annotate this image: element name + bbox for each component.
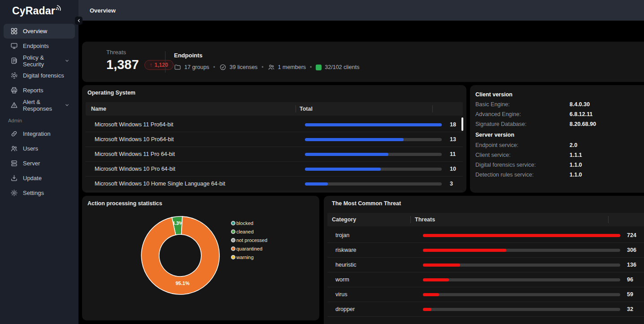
clients-square-icon — [316, 65, 322, 70]
folder-icon — [174, 64, 181, 71]
sidebar-item-policy-security[interactable]: Policy & Security — [4, 53, 75, 68]
dashboard-icon — [10, 27, 18, 35]
table-scrollbar[interactable] — [461, 117, 463, 131]
action-card-title: Action processing statistics — [87, 200, 162, 207]
members-stat: 1 members — [268, 64, 306, 71]
legend-dot — [231, 229, 235, 234]
threat-table-row: dropper 32 — [327, 302, 644, 317]
sidebar-item-label: Reports — [23, 87, 44, 94]
license-check-icon — [219, 64, 226, 71]
legend-label: blocked — [236, 220, 253, 226]
os-bar — [305, 182, 442, 186]
sidebar-item-update[interactable]: Update — [4, 171, 75, 186]
threat-table-header: Category Threats — [327, 213, 644, 226]
page-title: Overview — [90, 7, 116, 14]
alert-triangle-icon — [10, 101, 18, 109]
sidebar-item-overview[interactable]: Overview — [4, 24, 75, 39]
threat-col-category: Category — [327, 216, 410, 223]
os-name: Microsoft Windows 10 Pro 64-bit — [95, 166, 175, 172]
legend-dot — [231, 221, 235, 225]
monitor-icon — [10, 42, 18, 50]
threat-category: riskware — [335, 247, 357, 253]
sidebar-item-reports[interactable]: Reports — [4, 83, 75, 98]
sidebar-item-users[interactable]: Users — [4, 141, 75, 156]
legend-label: quarantined — [236, 246, 262, 251]
os-name: Microsoft Windows 10 Home Single Languag… — [95, 181, 225, 187]
members-icon — [268, 64, 275, 71]
version-label: Signature Database: — [475, 121, 527, 127]
column-separator — [608, 216, 609, 223]
sidebar-item-label: Settings — [23, 190, 44, 196]
users-icon — [10, 145, 18, 152]
radar-signal-icon — [56, 4, 62, 11]
threat-table-row: trojan 724 — [327, 228, 644, 243]
os-table-row: Microsoft Windows 10 Pro64-bit 13 — [86, 132, 463, 147]
chart-legend: blocked cleaned not processed quarantine… — [231, 220, 267, 260]
os-name: Microsoft Windows 10 Pro64-bit — [95, 136, 174, 143]
legend-dot — [231, 255, 235, 259]
sidebar-item-alert-responses[interactable]: Alert & Responses — [4, 98, 75, 112]
policy-clipboard-icon — [10, 57, 18, 65]
common-threat-card: The Most Common Threat Category Threats … — [324, 196, 644, 324]
threat-count: 59 — [627, 291, 633, 298]
top-bar: Overview — [78, 0, 644, 21]
version-label: Basic Engine: — [475, 101, 509, 108]
operating-system-card: Operating System Name Total Microsoft Wi… — [82, 85, 466, 193]
legend-item-blocked[interactable]: blocked — [231, 220, 267, 226]
threat-bar — [423, 234, 620, 237]
divider — [165, 51, 165, 73]
action-statistics-card: Action processing statistics 4.3%95.1% b… — [82, 196, 319, 320]
link-icon — [10, 130, 18, 138]
action-donut-chart: 4.3%95.1% — [138, 213, 223, 298]
sidebar-item-server[interactable]: Server — [4, 156, 75, 171]
separator-dot: • — [310, 64, 312, 70]
sidebar-item-label: Users — [23, 145, 38, 152]
sidebar-item-label: Server — [23, 160, 40, 167]
sidebar-item-label: Integration — [23, 130, 50, 137]
legend-item-quarantined[interactable]: quarantined — [231, 246, 267, 251]
os-col-name: Name — [86, 106, 296, 112]
threat-category: heuristic — [335, 262, 357, 268]
os-col-total: Total — [296, 106, 432, 112]
legend-item-warning[interactable]: warning — [231, 255, 267, 260]
printer-icon — [10, 86, 18, 94]
threat-table-row: worm 96 — [327, 272, 644, 287]
sidebar-item-integration[interactable]: Integration — [4, 126, 75, 141]
sidebar-item-label: Policy & Security — [23, 54, 60, 68]
clients-stat-text: 32/102 clients — [325, 64, 359, 70]
forensics-scan-icon — [10, 72, 18, 79]
members-stat-text: 1 members — [278, 64, 306, 70]
sidebar-item-digital-forensics[interactable]: Digital forensics — [4, 68, 75, 83]
os-total: 10 — [450, 166, 456, 172]
os-total: 3 — [450, 181, 453, 187]
threat-category: worm — [335, 276, 349, 283]
separator-dot: • — [261, 64, 263, 70]
threat-category: dropper — [335, 306, 355, 312]
sidebar-item-label: Overview — [23, 28, 47, 35]
brand-logo-text: CyRadar — [12, 5, 55, 17]
os-name: Microsoft Windows 11 Pro64-bit — [95, 121, 174, 128]
gear-icon — [10, 189, 18, 197]
legend-label: cleaned — [236, 229, 254, 234]
version-value: 1.1.0 — [570, 172, 582, 178]
summary-card: Threats 1,387 ↑ 1,120 Endpoints 17 group… — [82, 42, 644, 82]
groups-stat-text: 17 groups — [184, 64, 209, 70]
chevron-left-icon — [77, 18, 81, 23]
os-name: Microsoft Windows 11 Pro 64-bit — [95, 151, 175, 157]
threat-card-title: The Most Common Threat — [332, 200, 401, 207]
os-table-row: Microsoft Windows 10 Home Single Languag… — [86, 177, 463, 191]
legend-label: warning — [236, 255, 254, 260]
sidebar-item-settings[interactable]: Settings — [4, 186, 75, 200]
version-label: Digital forensics service: — [475, 162, 536, 168]
legend-label: not processed — [236, 238, 267, 243]
sidebar-item-endpoints[interactable]: Endpoints — [4, 39, 75, 53]
legend-item-not-processed[interactable]: not processed — [231, 238, 267, 243]
legend-item-cleaned[interactable]: cleaned — [231, 229, 267, 234]
threat-bar — [423, 308, 620, 311]
version-label: Detection rules service: — [475, 172, 534, 178]
sidebar-collapse-button[interactable] — [75, 17, 83, 25]
sidebar-item-label: Digital forensics — [23, 72, 64, 79]
versions-card: Client version Basic Engine: 8.4.0.30 Ad… — [470, 85, 644, 193]
version-value: 1.1.1 — [570, 152, 582, 158]
os-bar — [305, 123, 442, 126]
